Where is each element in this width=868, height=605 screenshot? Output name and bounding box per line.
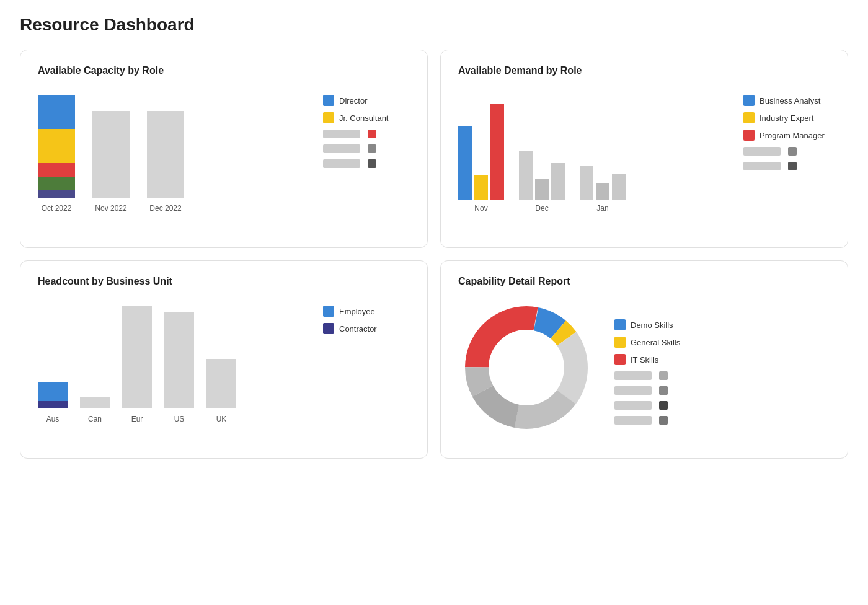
headcount-chart-area: Aus Can Eur US [38,299,410,423]
pm-swatch [743,130,755,141]
month-label-jan: Jan [596,204,608,213]
ie-label: Industry Expert [760,113,813,123]
demand-chart-area: Nov Dec [458,89,830,213]
hc-label-us: US [174,415,185,423]
legend-cap-gray1 [614,371,714,380]
bar-group-oct: Oct 2022 [38,95,75,213]
bar-label-dec: Dec 2022 [149,204,181,213]
cap-gray3-swatch [614,401,652,410]
cap-gray2-swatch [614,386,652,395]
demand-gray2-color [788,162,797,170]
hc-label-aus: Aus [46,415,60,423]
cap-gray4-color [659,416,668,425]
general-skills-swatch [614,337,626,348]
demand-gray1-color [788,147,797,156]
demand-nov-ie [474,175,488,200]
legend-gray1 [323,144,410,153]
hc-group-can: Can [80,397,110,423]
cap-gray1-color [659,371,668,380]
gray-bar-dec [147,111,184,198]
capacity-title: Available Capacity by Role [38,65,410,76]
demand-jan-ba [580,166,593,200]
stacked-bar-oct [38,95,75,198]
bar-label-oct: Oct 2022 [42,204,72,213]
cap-gray3-color [659,401,668,410]
it-skills-label: IT Skills [631,355,658,364]
pm-label: Program Manager [760,131,825,140]
hc-aus-employee [38,382,68,401]
hc-label-uk: UK [216,415,227,423]
gray1-color-swatch [368,144,376,153]
general-skills-label: General Skills [631,338,680,347]
employee-label: Employee [339,307,375,316]
bar-segment-red [38,163,75,177]
demand-group-jan: Jan [580,166,626,213]
jr-consultant-swatch [323,112,334,123]
hc-can-bar [80,397,110,408]
legend-ie: Industry Expert [743,112,830,123]
hc-group-us: US [164,312,194,423]
demand-gray1-swatch [743,147,781,156]
bar-segment-blue [38,95,75,129]
ba-swatch [743,95,755,106]
demand-group-dec: Dec [519,151,565,213]
bar-segment-yellow [38,129,75,163]
cap-gray1-swatch [614,371,652,380]
demand-bars: Nov Dec [458,89,731,213]
demand-gray2-swatch [743,162,781,170]
gray1-swatch [323,144,360,153]
donut-chart [458,299,595,438]
legend-gray2 [323,159,410,168]
bar-segment-purple [38,190,75,198]
month-label-nov: Nov [474,204,487,213]
legend-general-skills: General Skills [614,337,714,348]
hc-eur-bar [122,306,152,408]
donut-container: Demo Skills General Skills IT Skills [458,299,830,438]
legend-red [323,130,410,138]
gray-bar-nov [92,111,130,198]
legend-contractor: Contractor [323,323,410,334]
hc-group-aus: Aus [38,382,68,423]
contractor-swatch [323,323,334,334]
bar-label-nov: Nov 2022 [95,204,126,213]
headcount-card: Headcount by Business Unit Aus Can [20,260,428,459]
legend-demand-gray2 [743,162,830,170]
contractor-label: Contractor [339,324,377,333]
donut-hole [489,330,564,405]
demand-jan-pm [612,174,626,200]
demand-dec-bars [519,151,565,200]
ba-label: Business Analyst [760,96,820,105]
demand-group-nov: Nov [458,104,504,213]
month-label-dec: Dec [535,204,548,213]
legend-director: Director [323,95,410,106]
ie-swatch [743,112,755,123]
capacity-card: Available Capacity by Role Oct 2022 [20,50,428,248]
headcount-title: Headcount by Business Unit [38,276,410,287]
capability-card: Capability Detail Report [440,260,848,459]
capacity-legend: Director Jr. Consultant [323,89,410,168]
hc-aus-contractor [38,401,68,408]
demo-skills-swatch [614,319,626,330]
demo-skills-label: Demo Skills [631,320,673,330]
headcount-legend: Employee Contractor [323,299,410,334]
bar-group-nov: Nov 2022 [92,111,130,213]
hc-us-bar [164,312,194,408]
gray2-color-swatch [368,159,376,168]
director-swatch [323,95,334,106]
donut-svg [458,299,595,436]
demand-nov-ba [458,126,472,200]
it-skills-swatch [614,354,626,365]
director-label: Director [339,96,368,105]
hc-uk-bar [206,359,236,408]
legend-jr-consultant: Jr. Consultant [323,112,410,123]
legend-cap-gray2 [614,386,714,395]
capability-legend: Demo Skills General Skills IT Skills [614,313,714,425]
headcount-bars: Aus Can Eur US [38,299,311,423]
red-swatch [368,130,376,138]
employee-swatch [323,306,334,317]
bar-group-dec: Dec 2022 [147,111,184,213]
demand-nov-pm [490,104,504,200]
hc-label-eur: Eur [131,415,143,423]
gray2-swatch [323,159,360,168]
demand-card: Available Demand by Role Nov [440,50,848,248]
